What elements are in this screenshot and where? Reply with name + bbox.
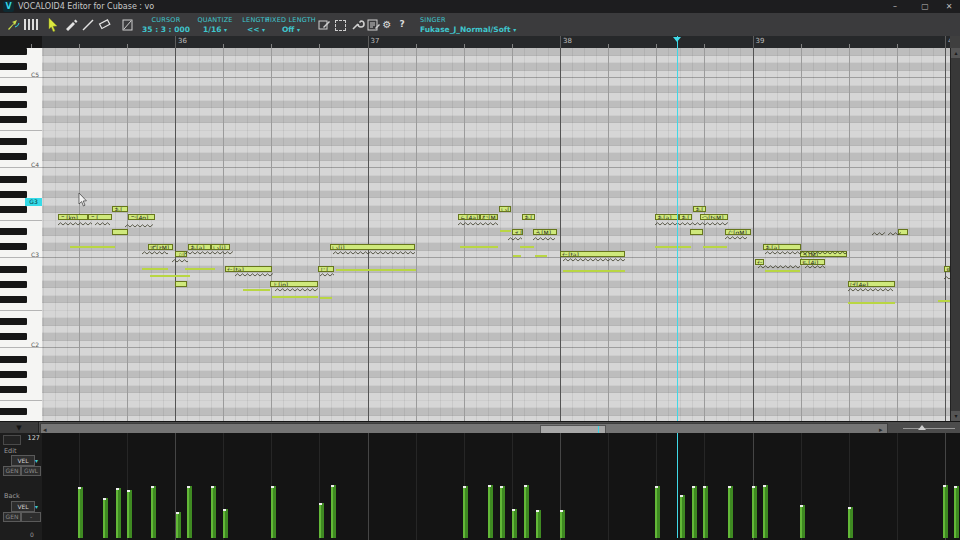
piano-key[interactable]: [0, 311, 42, 319]
note[interactable]: ず[zM]: [148, 244, 173, 250]
black-key[interactable]: [0, 191, 27, 198]
note[interactable]: た[ta]: [560, 251, 625, 257]
velocity-bar[interactable]: [680, 495, 685, 538]
black-key[interactable]: [0, 386, 27, 393]
gear-icon[interactable]: ⚙: [380, 17, 394, 32]
velocity-bar[interactable]: [536, 510, 541, 538]
black-key[interactable]: [0, 408, 27, 415]
velocity-bar[interactable]: [728, 486, 733, 538]
note[interactable]: む[M]: [480, 214, 498, 220]
piano-key[interactable]: [0, 266, 42, 274]
help-icon[interactable]: ?: [395, 17, 409, 32]
black-key[interactable]: [0, 206, 27, 213]
piano-key[interactable]: [0, 213, 42, 221]
piano-key[interactable]: [0, 131, 42, 139]
piano-key[interactable]: [0, 386, 42, 394]
edit-note-icon[interactable]: [317, 17, 332, 32]
piano-key[interactable]: C5: [0, 71, 42, 79]
wrench-icon[interactable]: [350, 17, 365, 32]
eraser-tool-icon[interactable]: [97, 17, 112, 32]
note[interactable]: え[: [512, 229, 523, 235]
pointer-tool-icon[interactable]: [46, 17, 61, 32]
note-segment[interactable]: [460, 246, 498, 248]
note-segment[interactable]: [142, 268, 168, 270]
edit-parameter-select[interactable]: VEL: [11, 455, 35, 466]
note[interactable]: げ[4e]: [848, 281, 895, 287]
velocity-bar[interactable]: [763, 485, 768, 538]
velocity-bar[interactable]: [692, 486, 697, 538]
piano-key[interactable]: [0, 363, 42, 371]
note[interactable]: こ[: [88, 214, 112, 220]
close-button[interactable]: ✕: [938, 0, 960, 13]
vertical-scrollbar[interactable]: ▴ ▾: [950, 48, 960, 421]
note-segment[interactable]: [655, 246, 691, 248]
velocity-bar[interactable]: [127, 490, 132, 538]
clipboard-icon[interactable]: [120, 17, 135, 32]
velocity-bar[interactable]: [954, 486, 959, 538]
highlighted-key[interactable]: G3: [25, 198, 42, 206]
piano-key[interactable]: [0, 243, 42, 251]
dash-button[interactable]: -: [21, 512, 41, 522]
scroll-down-button[interactable]: ▾: [951, 411, 960, 421]
piano-key[interactable]: [0, 56, 42, 64]
black-key[interactable]: [0, 116, 27, 123]
zoom-slider-thumb[interactable]: [918, 425, 926, 430]
note[interactable]: う[M]: [533, 229, 557, 235]
piano-key[interactable]: [0, 303, 42, 311]
piano-key[interactable]: [0, 48, 42, 56]
pencil-tool-icon[interactable]: [64, 17, 79, 32]
piano-keyboard[interactable]: C5C4G3C3C2: [0, 48, 43, 421]
job-form-icon[interactable]: [366, 17, 381, 32]
piano-key[interactable]: [0, 371, 42, 379]
black-key[interactable]: [0, 333, 27, 340]
line-tool-icon[interactable]: [81, 17, 96, 32]
velocity-bar[interactable]: [78, 487, 83, 538]
piano-key[interactable]: [0, 138, 42, 146]
piano-display-icon[interactable]: [24, 19, 38, 30]
velocity-bar[interactable]: [211, 486, 216, 538]
piano-key[interactable]: [0, 206, 42, 214]
note-segment[interactable]: [150, 275, 190, 277]
piano-key[interactable]: [0, 273, 42, 281]
note[interactable]: ち[4i]: [800, 259, 825, 265]
back-parameter-select[interactable]: VEL: [11, 501, 35, 512]
piano-key[interactable]: [0, 78, 42, 86]
black-key[interactable]: [0, 243, 27, 250]
piano-key[interactable]: [0, 393, 42, 401]
velocity-bar[interactable]: [500, 486, 505, 538]
piano-key[interactable]: C2: [0, 341, 42, 349]
piano-key[interactable]: [0, 228, 42, 236]
velocity-bar[interactable]: [943, 485, 948, 538]
velocity-bar[interactable]: [331, 485, 336, 538]
black-key[interactable]: [0, 266, 27, 273]
piano-key[interactable]: [0, 176, 42, 184]
velocity-bar[interactable]: [463, 486, 468, 538]
black-key[interactable]: [0, 153, 27, 160]
note[interactable]: た[ta]: [225, 266, 272, 272]
cursor-value[interactable]: 35 : 3 : 000: [140, 25, 192, 34]
black-key[interactable]: [0, 86, 27, 93]
note[interactable]: あ[: [693, 206, 706, 212]
black-key[interactable]: [0, 296, 27, 303]
piano-key[interactable]: [0, 63, 42, 71]
velocity-bar[interactable]: [560, 510, 565, 538]
piano-key[interactable]: G3: [0, 198, 42, 206]
maximize-button[interactable]: ▢: [914, 0, 936, 13]
piano-roll-grid[interactable]: こ[ko]こ[あ[ご[4o]ず[zM]ぶ[あ[a]い[i]た[ta]じ[よ[jo…: [42, 48, 950, 421]
black-key[interactable]: [0, 281, 27, 288]
piano-key[interactable]: [0, 108, 42, 116]
note[interactable]: じ[: [318, 266, 334, 272]
selection-box-icon[interactable]: [335, 20, 346, 31]
piano-key[interactable]: [0, 333, 42, 341]
velocity-bar[interactable]: [512, 509, 517, 538]
piano-key[interactable]: [0, 288, 42, 296]
note-segment[interactable]: [703, 246, 727, 248]
piano-key[interactable]: [0, 326, 42, 334]
note-segment[interactable]: [535, 255, 547, 257]
note[interactable]: ご[4o]: [128, 214, 155, 220]
fixed-length-select[interactable]: Off ▾: [262, 25, 320, 34]
piano-key[interactable]: [0, 296, 42, 304]
note[interactable]: [690, 229, 703, 235]
black-key[interactable]: [0, 101, 27, 108]
velocity-bar[interactable]: [488, 485, 493, 538]
